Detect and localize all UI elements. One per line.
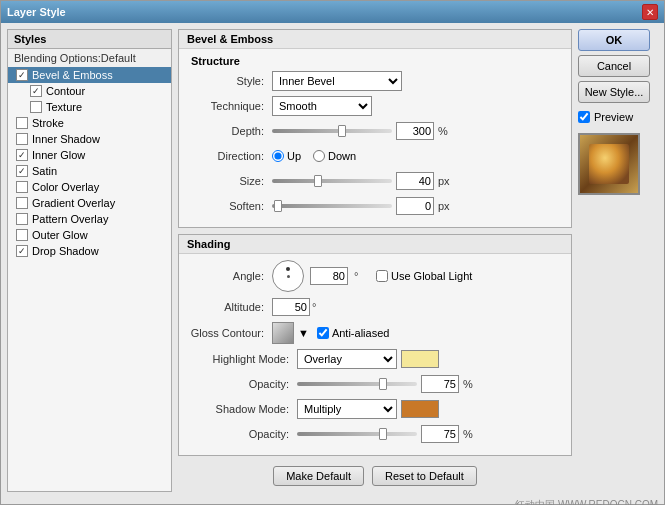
outer-glow-checkbox[interactable] [16,229,28,241]
angle-indicator [286,267,290,271]
anti-aliased-label: Anti-aliased [332,327,389,339]
shadow-mode-select[interactable]: Multiply Normal Screen Overlay [297,399,397,419]
make-default-button[interactable]: Make Default [273,466,364,486]
angle-dial[interactable] [272,260,304,292]
direction-up[interactable]: Up [272,150,301,162]
preview-label: Preview [594,111,633,123]
soften-input[interactable] [396,197,434,215]
sidebar-item-inner-shadow[interactable]: Inner Shadow [8,131,171,147]
pattern-overlay-checkbox[interactable] [16,213,28,225]
anti-aliased-check[interactable]: Anti-aliased [317,327,389,339]
sidebar-item-texture[interactable]: Texture [8,99,171,115]
size-input[interactable] [396,172,434,190]
direction-label: Direction: [187,150,272,162]
inner-glow-label: Inner Glow [32,149,85,161]
right-panel: OK Cancel New Style... Preview [578,29,658,492]
anti-aliased-checkbox[interactable] [317,327,329,339]
shadow-color-swatch[interactable] [401,400,439,418]
size-slider[interactable] [272,179,392,183]
title-bar: Layer Style ✕ [1,1,664,23]
depth-slider-container: % [272,122,563,140]
drop-shadow-checkbox[interactable] [16,245,28,257]
sidebar-item-pattern-overlay[interactable]: Pattern Overlay [8,211,171,227]
cancel-button[interactable]: Cancel [578,55,650,77]
size-unit: px [438,175,454,187]
altitude-input[interactable] [272,298,310,316]
styles-list: Bevel & Emboss Contour Texture Stroke In… [8,67,171,491]
gloss-dropdown-arrow[interactable]: ▼ [298,327,309,339]
depth-row: Depth: % [187,121,563,141]
sidebar-item-gradient-overlay[interactable]: Gradient Overlay [8,195,171,211]
texture-label: Texture [46,101,82,113]
shadow-opacity-unit: % [463,428,479,440]
direction-down-radio[interactable] [313,150,325,162]
soften-slider-container: px [272,197,563,215]
use-global-light-label: Use Global Light [391,270,472,282]
sidebar-item-contour[interactable]: Contour [8,83,171,99]
direction-down[interactable]: Down [313,150,356,162]
preview-checkbox[interactable]: Preview [578,111,658,123]
use-global-light-checkbox[interactable] [376,270,388,282]
sidebar-item-color-overlay[interactable]: Color Overlay [8,179,171,195]
style-select[interactable]: Inner Bevel Outer Bevel Emboss Pillow Em… [272,71,402,91]
size-slider-container: px [272,172,563,190]
highlight-opacity-input[interactable] [421,375,459,393]
shadow-opacity-input[interactable] [421,425,459,443]
soften-slider[interactable] [272,204,392,208]
preview-checkbox-input[interactable] [578,111,590,123]
ok-button[interactable]: OK [578,29,650,51]
depth-slider[interactable] [272,129,392,133]
outer-glow-label: Outer Glow [32,229,88,241]
shadow-opacity-slider[interactable] [297,432,417,436]
depth-label: Depth: [187,125,272,137]
inner-shadow-checkbox[interactable] [16,133,28,145]
highlight-opacity-slider-container: % [297,375,563,393]
sidebar-item-outer-glow[interactable]: Outer Glow [8,227,171,243]
satin-checkbox[interactable] [16,165,28,177]
technique-select[interactable]: Smooth Chisel Hard Chisel Soft [272,96,372,116]
highlight-opacity-row: Opacity: % [187,374,563,394]
reset-to-default-button[interactable]: Reset to Default [372,466,477,486]
bevel-emboss-checkbox[interactable] [16,69,28,81]
sidebar-item-stroke[interactable]: Stroke [8,115,171,131]
style-label: Style: [187,75,272,87]
bottom-buttons: Make Default Reset to Default [178,462,572,492]
gradient-overlay-label: Gradient Overlay [32,197,115,209]
highlight-opacity-label: Opacity: [187,378,297,390]
depth-input[interactable] [396,122,434,140]
sidebar-item-inner-glow[interactable]: Inner Glow [8,147,171,163]
gradient-overlay-checkbox[interactable] [16,197,28,209]
highlight-mode-select[interactable]: Overlay Normal Screen Multiply [297,349,397,369]
pattern-overlay-label: Pattern Overlay [32,213,108,225]
highlight-opacity-unit: % [463,378,479,390]
inner-glow-checkbox[interactable] [16,149,28,161]
direction-up-radio[interactable] [272,150,284,162]
highlight-opacity-slider[interactable] [297,382,417,386]
altitude-unit: ° [312,301,328,313]
highlight-color-swatch[interactable] [401,350,439,368]
highlight-mode-row: Highlight Mode: Overlay Normal Screen Mu… [187,349,563,369]
layer-style-dialog: Layer Style ✕ Styles Blending Options:De… [0,0,665,505]
shading-section-title: Shading [179,235,571,254]
styles-title: Styles [8,30,171,49]
soften-row: Soften: px [187,196,563,216]
angle-center [287,275,290,278]
direction-radio-group: Up Down [272,150,356,162]
sidebar-item-bevel-emboss[interactable]: Bevel & Emboss [8,67,171,83]
contour-checkbox[interactable] [30,85,42,97]
inner-shadow-label: Inner Shadow [32,133,100,145]
sidebar-item-satin[interactable]: Satin [8,163,171,179]
stroke-checkbox[interactable] [16,117,28,129]
new-style-button[interactable]: New Style... [578,81,650,103]
bevel-emboss-label: Bevel & Emboss [32,69,113,81]
stroke-label: Stroke [32,117,64,129]
altitude-row: Altitude: ° [187,297,563,317]
color-overlay-checkbox[interactable] [16,181,28,193]
gloss-contour-preview[interactable] [272,322,294,344]
close-button[interactable]: ✕ [642,4,658,20]
use-global-light-check[interactable]: Use Global Light [376,270,472,282]
texture-checkbox[interactable] [30,101,42,113]
structure-title: Structure [187,55,563,67]
angle-input[interactable] [310,267,348,285]
sidebar-item-drop-shadow[interactable]: Drop Shadow [8,243,171,259]
